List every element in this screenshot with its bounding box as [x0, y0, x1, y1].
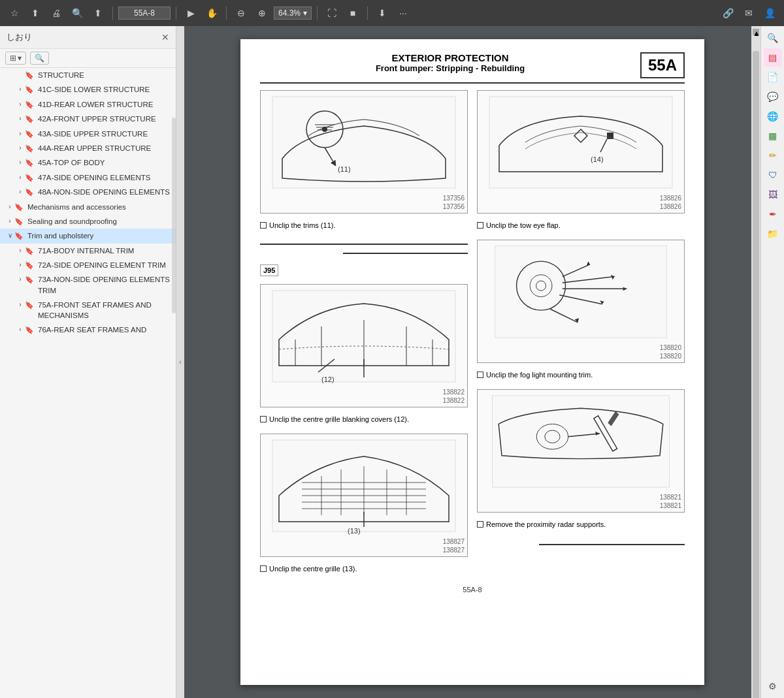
scroll-up-button[interactable]: ▲	[753, 29, 759, 35]
separator-2	[176, 7, 176, 20]
panel-translate-button[interactable]: 🌐	[764, 107, 782, 125]
sidebar-scrollbar[interactable]	[172, 118, 176, 313]
sidebar-collapse-handle[interactable]: ‹	[176, 26, 184, 698]
scroll-thumb[interactable]	[753, 51, 759, 698]
panel-search-button[interactable]: 🔍	[764, 29, 782, 47]
toolbar: ☆ ⬆ 🖨 🔍 ⬆ 55A-8 ▶ ✋ ⊖ ⊕ 64.3% ▾ ⛶ ■ ⬇ ··…	[0, 0, 784, 26]
pdf-figure-right-2: 138820 138820	[477, 240, 685, 363]
sidebar-item-47a[interactable]: › 🔖 47A-SIDE OPENING ELEMENTS	[0, 170, 176, 185]
pdf-text-left-2: Unclip the centre grille blanking covers…	[260, 415, 468, 423]
sidebar-item-44a[interactable]: › 🔖 44A-REAR UPPER STRUCTURE	[0, 141, 176, 155]
sidebar-item-72a[interactable]: › 🔖 72A-SIDE OPENING ELEMENT TRIM	[0, 258, 176, 272]
mail-button[interactable]: ✉	[740, 4, 758, 22]
zoom-level: 64.3%	[278, 8, 301, 18]
panel-stamp-button[interactable]: 🖼	[764, 185, 782, 204]
sidebar-item-41c[interactable]: › 🔖 41C-SIDE LOWER STRUCTURE	[0, 82, 176, 97]
fig-caption-right-3b: 138821	[480, 502, 681, 509]
tree-arrow-47a: ›	[16, 173, 25, 182]
sidebar-label-41c: 41C-SIDE LOWER STRUCTURE	[38, 84, 173, 95]
pdf-area: EXTERIOR PROTECTION Front bumper: Stripp…	[184, 26, 760, 698]
panel-pencil-button[interactable]: ✏	[764, 146, 782, 165]
sidebar-close-button[interactable]: ✕	[161, 32, 169, 42]
more-button[interactable]: ···	[394, 4, 412, 22]
sidebar-item-45a[interactable]: › 🔖 45A-TOP OF BODY	[0, 155, 176, 170]
panel-comment-button[interactable]: 💬	[764, 87, 782, 106]
pdf-footer: 55A-8	[260, 586, 685, 594]
upload-button[interactable]: ⬆	[26, 4, 44, 22]
bottom-right-divider	[477, 544, 685, 545]
sidebar-item-75a[interactable]: › 🔖 75A-FRONT SEAT FRAMES AND MECHANISMS	[0, 298, 176, 323]
sidebar-item-76a[interactable]: › 🔖 76A-REAR SEAT FRAMES AND	[0, 323, 176, 337]
sidebar-item-41d[interactable]: › 🔖 41D-REAR LOWER STRUCTURE	[0, 97, 176, 112]
tree-arrow-48a: ›	[16, 187, 25, 197]
svg-text:(13): (13)	[348, 527, 361, 535]
text-right-2: Unclip the fog light mounting trim.	[486, 371, 593, 379]
sidebar-item-trim[interactable]: ∨ 🔖 Trim and upholstery	[0, 229, 176, 243]
sidebar-item-48a[interactable]: › 🔖 48A-NON-SIDE OPENING ELEMENTS	[0, 185, 176, 199]
panel-grid-button[interactable]: ▦	[764, 127, 782, 145]
sidebar-item-43a[interactable]: › 🔖 43A-SIDE UPPER STRUCTURE	[0, 127, 176, 141]
user-button[interactable]: 👤	[760, 4, 779, 22]
panel-settings-button[interactable]: ⚙	[764, 677, 782, 695]
zoom-in-up-button[interactable]: ⬆	[89, 4, 107, 22]
sidebar-item-structure-top[interactable]: 🔖 STRUCTURE	[0, 68, 176, 82]
separator-5	[367, 7, 368, 20]
download-button[interactable]: ⬇	[373, 4, 391, 22]
zoom-out-button[interactable]: ⊖	[232, 4, 250, 22]
bookmark-icon-71a: 🔖	[25, 246, 35, 256]
separator-4	[317, 7, 318, 20]
checkbox-left-1	[260, 222, 267, 229]
zoom-control[interactable]: 64.3% ▾	[274, 7, 312, 20]
checkbox-right-2	[477, 372, 483, 378]
sidebar-search-button[interactable]: 🔍	[30, 52, 49, 65]
link-button[interactable]: 🔗	[719, 4, 737, 22]
fig-caption-left-3: 138827	[263, 538, 465, 545]
pdf-page-number: 55A-8	[463, 586, 482, 594]
search-icon: 🔍	[35, 54, 44, 63]
zoom-out-small-button[interactable]: 🔍	[68, 4, 86, 22]
pdf-main-title: EXTERIOR PROTECTION	[260, 52, 640, 63]
bookmark-icon-41c: 🔖	[25, 85, 35, 95]
pdf-page[interactable]: EXTERIOR PROTECTION Front bumper: Stripp…	[184, 26, 760, 698]
zoom-in-button[interactable]: ⊕	[253, 4, 271, 22]
tree-arrow-trim: ∨	[5, 231, 14, 240]
text-left-2: Unclip the centre grille blanking covers…	[269, 415, 409, 423]
sidebar-label-47a: 47A-SIDE OPENING ELEMENTS	[38, 172, 173, 183]
pdf-scrollbar[interactable]: ▲ ▼	[751, 26, 760, 698]
bookmark-button[interactable]: ☆	[5, 4, 24, 22]
sidebar-item-sealing[interactable]: › 🔖 Sealing and soundproofing	[0, 214, 176, 229]
svg-rect-49	[493, 396, 670, 487]
sidebar-label-44a: 44A-REAR UPPER STRUCTURE	[38, 143, 173, 153]
tree-arrow-sealing: ›	[5, 217, 14, 226]
fig-caption-left-1: 137356	[263, 195, 465, 202]
sidebar-item-73a[interactable]: › 🔖 73A-NON-SIDE OPENING ELEMENTS TRIM	[0, 272, 176, 297]
tree-arrow-41d: ›	[16, 100, 25, 109]
hand-tool-button[interactable]: ✋	[203, 4, 221, 22]
grid-icon: ⊞	[10, 54, 16, 63]
collapse-icon: ‹	[179, 358, 181, 366]
cursor-tool-button[interactable]: ▶	[182, 4, 200, 22]
zoom-dropdown-icon: ▾	[303, 8, 307, 18]
panel-shield-button[interactable]: 🛡	[764, 166, 782, 184]
panel-sign-button[interactable]: ✒	[764, 205, 782, 223]
sidebar-item-mechanisms[interactable]: › 🔖 Mechanisms and accessories	[0, 200, 176, 214]
pdf-title-block: EXTERIOR PROTECTION Front bumper: Stripp…	[260, 52, 640, 73]
bookmark-icon: 🔖	[25, 71, 35, 80]
panel-layers-button[interactable]: ▤	[764, 48, 782, 67]
checkbox-left-2	[260, 416, 267, 422]
selection-button[interactable]: ■	[344, 4, 362, 22]
fit-button[interactable]: ⛶	[323, 4, 341, 22]
panel-pdf-button[interactable]: 📄	[764, 68, 782, 86]
panel-file-button[interactable]: 📁	[764, 225, 782, 243]
sidebar-item-71a[interactable]: › 🔖 71A-BODY INTERNAL TRIM	[0, 244, 176, 258]
print-button[interactable]: 🖨	[47, 4, 65, 22]
sidebar: しおり ✕ ⊞ ▾ 🔍 🔖 STRUCTURE › 🔖 41C-SIDE LOW…	[0, 26, 176, 698]
sidebar-label-43a: 43A-SIDE UPPER STRUCTURE	[38, 129, 173, 139]
bookmark-icon-75a: 🔖	[25, 300, 35, 310]
sidebar-label-41d: 41D-REAR LOWER STRUCTURE	[38, 99, 173, 110]
sidebar-item-42a[interactable]: › 🔖 42A-FRONT UPPER STRUCTURE	[0, 112, 176, 126]
sidebar-view-button[interactable]: ⊞ ▾	[5, 52, 26, 65]
pdf-figure-right-3: 138821 138821	[477, 389, 685, 513]
pdf-figure-left-2: (12) 138822 138822	[260, 284, 468, 407]
sidebar-label-73a: 73A-NON-SIDE OPENING ELEMENTS TRIM	[38, 274, 173, 295]
